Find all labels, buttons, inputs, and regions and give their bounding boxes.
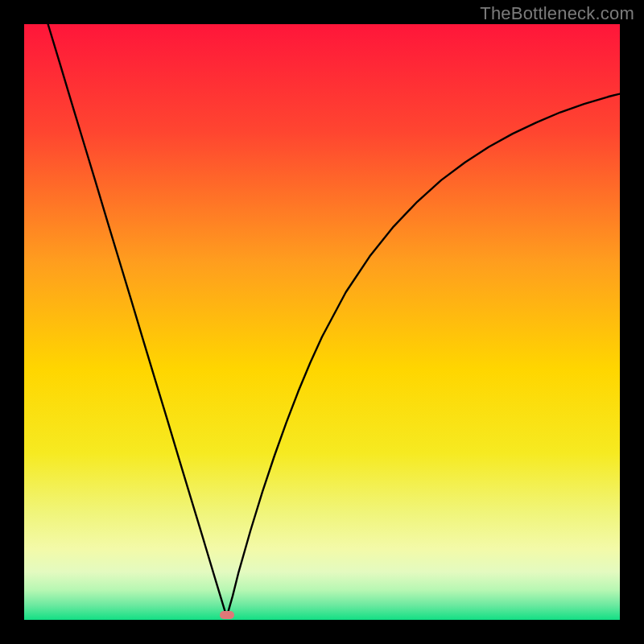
chart-frame: TheBottleneck.com xyxy=(0,0,644,644)
minimum-marker-icon xyxy=(220,611,234,619)
plot-area xyxy=(24,24,620,620)
bottleneck-curve xyxy=(24,24,620,620)
watermark-text: TheBottleneck.com xyxy=(480,3,634,24)
